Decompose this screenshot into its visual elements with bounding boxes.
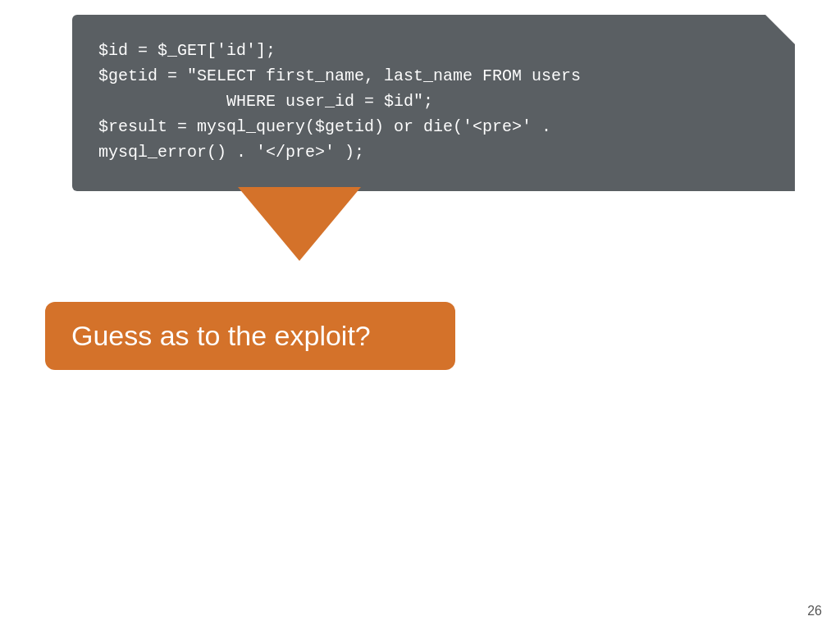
callout-box: Guess as to the exploit?	[45, 302, 455, 370]
code-block: $id = $_GET['id']; $getid = "SELECT firs…	[72, 15, 795, 191]
arrow-down	[238, 187, 361, 261]
callout-text: Guess as to the exploit?	[71, 320, 371, 351]
page-number: 26	[807, 604, 822, 619]
slide: $id = $_GET['id']; $getid = "SELECT firs…	[0, 0, 840, 630]
code-text: $id = $_GET['id']; $getid = "SELECT firs…	[98, 38, 769, 165]
